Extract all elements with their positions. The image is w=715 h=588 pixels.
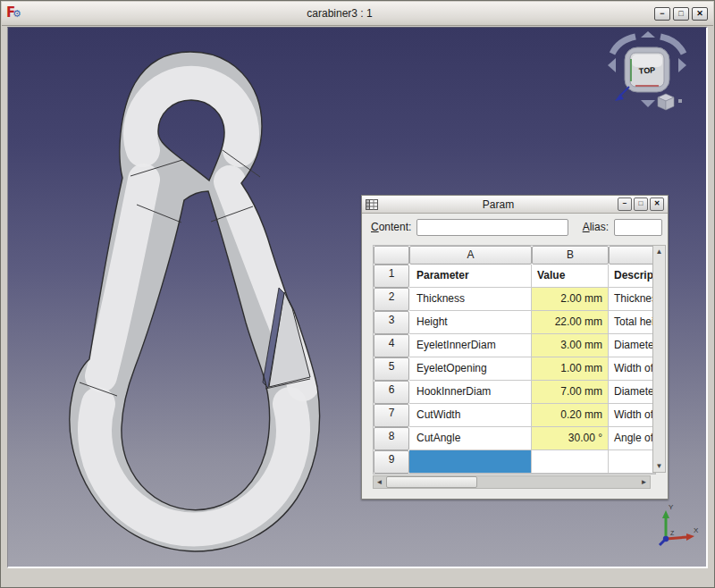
cell-b9[interactable] [532, 450, 609, 474]
close-button[interactable]: ✕ [692, 7, 708, 21]
table-row: 5 EyeletOpening 1.00 mm Width of [374, 357, 655, 381]
nav-axis-arrow [615, 87, 629, 101]
row-header[interactable]: 6 [374, 381, 409, 404]
cell-a1[interactable]: Parameter [409, 265, 532, 288]
scroll-right-arrow[interactable]: ► [638, 476, 650, 488]
content-label: Content: [371, 221, 411, 233]
row-header[interactable]: 4 [374, 334, 409, 357]
spreadsheet-icon [366, 199, 379, 210]
cell-c2[interactable]: Thicknes [609, 288, 656, 311]
nav-mini-cube[interactable] [658, 94, 674, 110]
row-header[interactable]: 2 [374, 288, 409, 311]
nav-arrow-left[interactable] [608, 58, 616, 72]
maximize-button[interactable]: □ [673, 7, 689, 21]
axes-origin [663, 536, 669, 542]
column-header-a[interactable]: A [409, 246, 532, 265]
x-axis [666, 537, 687, 539]
cell-a2[interactable]: Thickness [409, 288, 532, 311]
row-header[interactable]: 5 [374, 357, 409, 381]
nav-arrow-right[interactable] [678, 58, 686, 72]
freecad-icon: F ⚙ [5, 4, 25, 22]
cell-b5[interactable]: 1.00 mm [532, 357, 609, 381]
table-row: 9 [374, 450, 655, 474]
x-axis-arrowhead [686, 533, 694, 541]
table-row: 4 EyeletInnerDiam 3.00 mm Diamete [374, 334, 655, 357]
nav-arrow-down[interactable] [641, 100, 655, 107]
cell-c8[interactable]: Angle of [609, 427, 656, 450]
selected-cell-a9[interactable] [409, 450, 532, 474]
cell-a6[interactable]: HookInnerDiam [409, 381, 532, 404]
cell-c4[interactable]: Diamete [609, 334, 656, 357]
axes-indicator: Y X Z [638, 499, 701, 561]
row-header[interactable]: 9 [374, 450, 409, 474]
cell-c7[interactable]: Width of [609, 404, 656, 427]
cell-b3[interactable]: 22.00 mm [532, 311, 609, 334]
scroll-down-arrow[interactable]: ▼ [653, 460, 665, 472]
alias-label: Alias: [583, 221, 609, 233]
cell-c5[interactable]: Width of [609, 357, 656, 381]
app-titlebar[interactable]: F ⚙ carabiner3 : 1 − □ ✕ [2, 2, 713, 26]
cell-a5[interactable]: EyeletOpening [409, 357, 532, 381]
spreadsheet: A B 1 Parameter Value Descrip 2 Thicknes… [373, 245, 656, 475]
cell-b6[interactable]: 7.00 mm [532, 381, 609, 404]
table-row: 8 CutAngle 30.00 ° Angle of [374, 427, 655, 450]
cell-a7[interactable]: CutWidth [409, 404, 532, 427]
cell-b8[interactable]: 30.00 ° [532, 427, 609, 450]
z-axis-label: Z [670, 530, 675, 536]
y-axis-label: Y [669, 503, 674, 511]
y-axis-arrowhead [662, 510, 669, 518]
row-header[interactable]: 7 [374, 404, 409, 427]
table-row: 2 Thickness 2.00 mm Thicknes [374, 288, 655, 311]
x-axis-label: X [694, 526, 699, 534]
cell-a8[interactable]: CutAngle [409, 427, 532, 450]
cell-b7[interactable]: 0.20 mm [532, 404, 609, 427]
row-header[interactable]: 8 [374, 427, 409, 450]
horizontal-scrollbar[interactable]: ◄ ► [373, 475, 651, 489]
content-input[interactable] [416, 219, 568, 236]
param-minimize-button[interactable]: − [618, 197, 632, 211]
column-header-c[interactable] [609, 246, 656, 265]
nav-arrow-up[interactable] [641, 31, 655, 38]
param-close-button[interactable]: ✕ [650, 197, 664, 211]
table-row: 6 HookInnerDiam 7.00 mm Diamete [374, 381, 655, 404]
cell-c3[interactable]: Total hei [609, 311, 656, 334]
cell-a4[interactable]: EyeletInnerDiam [409, 334, 532, 357]
param-window: Param − □ ✕ Content: Alias: A B [361, 195, 669, 500]
cell-a3[interactable]: Height [409, 311, 532, 334]
vertical-scrollbar[interactable]: ▲ ▼ [652, 245, 666, 473]
param-titlebar[interactable]: Param − □ ✕ [362, 196, 668, 214]
cell-c1[interactable]: Descrip [609, 265, 656, 288]
nav-cube-face-label: TOP [639, 65, 656, 75]
window-title: carabiner3 : 1 [25, 7, 654, 20]
scroll-up-arrow[interactable]: ▲ [653, 246, 665, 257]
gear-icon: ⚙ [13, 8, 21, 20]
cell-b2[interactable]: 2.00 mm [532, 288, 609, 311]
scroll-left-arrow[interactable]: ◄ [374, 476, 385, 488]
param-maximize-button[interactable]: □ [634, 197, 648, 211]
column-header-b[interactable]: B [532, 246, 609, 265]
face-highlight [632, 55, 662, 67]
3d-viewport[interactable]: TOP Y X Z [7, 27, 708, 568]
nav-mini-dot[interactable] [678, 99, 682, 103]
table-row: 3 Height 22.00 mm Total hei [374, 311, 655, 334]
row-header[interactable]: 3 [374, 311, 409, 334]
cell-c6[interactable]: Diamete [609, 381, 656, 404]
minimize-button[interactable]: − [654, 7, 670, 21]
horizontal-scroll-thumb[interactable] [386, 476, 477, 488]
table-row: 7 CutWidth 0.20 mm Width of [374, 404, 655, 427]
app-window: F ⚙ carabiner3 : 1 − □ ✕ [0, 0, 715, 588]
cell-c9[interactable] [609, 450, 656, 474]
cell-b1[interactable]: Value [532, 265, 609, 288]
alias-input[interactable] [614, 219, 662, 236]
corner-header[interactable] [374, 246, 409, 265]
param-title: Param [379, 198, 618, 211]
row-header[interactable]: 1 [374, 265, 409, 288]
navigation-cube[interactable]: TOP [608, 31, 704, 115]
table-row: 1 Parameter Value Descrip [374, 265, 655, 288]
cell-b4[interactable]: 3.00 mm [532, 334, 609, 357]
